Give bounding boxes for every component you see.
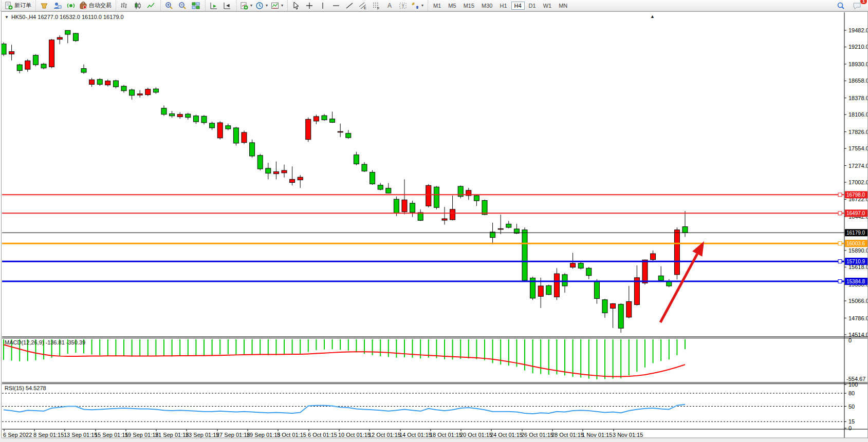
auto-scroll-button[interactable] — [207, 1, 220, 11]
candle-up — [554, 274, 559, 297]
price-tick-label: 17274.0 — [848, 163, 867, 169]
candle-up — [498, 228, 503, 229]
line-endpoint-handle[interactable] — [838, 242, 842, 245]
text-button[interactable]: A — [383, 1, 396, 11]
candle-down — [17, 65, 22, 70]
chat-icon[interactable]: 1 — [851, 1, 864, 11]
autotrade-button[interactable]: 自动交易 — [78, 1, 113, 11]
line-chart-button[interactable] — [144, 1, 158, 11]
zoom-in-button[interactable] — [162, 1, 176, 11]
vline-button[interactable] — [316, 1, 329, 11]
candle-down — [482, 200, 487, 214]
trendline-button[interactable] — [343, 1, 356, 11]
timeframe-h4-button[interactable]: H4 — [511, 2, 525, 10]
candle-up — [538, 286, 543, 296]
timeframe-h1-button[interactable]: H1 — [496, 2, 510, 10]
text-icon: A — [385, 2, 394, 10]
zoom-out-button[interactable] — [176, 1, 189, 11]
timeframe-m30-button[interactable]: M30 — [478, 2, 495, 10]
strategy-tester-button[interactable] — [51, 1, 64, 11]
chart-canvas[interactable]: 19482.019210.018930.018658.018378.018106… — [2, 12, 867, 438]
scroll-to-end-marker[interactable]: ▲ — [650, 14, 655, 19]
candle-down — [97, 80, 102, 85]
timeframe-m5-button[interactable]: M5 — [445, 2, 459, 10]
timeframe-m15-button[interactable]: M15 — [460, 2, 477, 10]
indicators-dropdown-icon[interactable]: ▾ — [250, 3, 252, 8]
crosshair-button[interactable] — [303, 1, 316, 11]
channel-button[interactable]: E — [356, 1, 370, 11]
tile-windows-icon — [192, 2, 200, 10]
search-icon[interactable] — [834, 1, 847, 11]
candle-up — [338, 131, 343, 132]
new-order-button[interactable]: 新订单 — [3, 1, 33, 11]
chart-shift-button[interactable] — [220, 1, 234, 11]
periods-dropdown-icon[interactable]: ▾ — [266, 3, 268, 8]
time-label: 3 Nov 01:15 — [613, 432, 643, 438]
strategy-tester-icon — [53, 2, 62, 10]
rsi-tick-label: 0 — [848, 425, 852, 431]
templates-button[interactable]: ▾ — [269, 1, 285, 11]
candle-down — [322, 116, 327, 120]
signals-button[interactable] — [64, 1, 78, 11]
candle-up — [25, 61, 30, 69]
timeframe-w1-button[interactable]: W1 — [540, 2, 555, 10]
candle-down — [330, 119, 335, 123]
time-label: 14 Oct 01:15 — [399, 432, 432, 438]
line-endpoint-handle[interactable] — [838, 193, 842, 197]
price-badge-label: 16497.0 — [846, 210, 865, 216]
candle-down — [153, 89, 158, 92]
timeframe-mn-button[interactable]: MN — [556, 2, 570, 10]
chevron-down-icon[interactable]: ▼ — [5, 15, 9, 20]
price-tick-label: 17554.0 — [848, 145, 867, 151]
candle-down — [226, 126, 231, 129]
line-endpoint-handle[interactable] — [838, 212, 842, 215]
candle-chart-button[interactable] — [131, 1, 144, 11]
bar-chart-button[interactable] — [118, 1, 131, 11]
price-tick-label: 18658.0 — [848, 78, 867, 84]
chart-window[interactable]: ▼ HK50-,H4 16277.0 16532.0 16110.0 16179… — [1, 11, 868, 439]
candle-chart-icon — [134, 2, 142, 10]
price-badge-label: 15710.9 — [846, 259, 865, 264]
templates-dropdown-icon[interactable]: ▾ — [281, 3, 283, 8]
candle-up — [306, 119, 311, 139]
price-badge-label: 16179.0 — [846, 230, 865, 236]
zoom-in-icon — [165, 2, 173, 10]
candle-up — [402, 200, 407, 212]
tile-windows-button[interactable] — [189, 1, 202, 11]
new-order-label: 新订单 — [14, 2, 31, 9]
channel-icon: E — [359, 2, 367, 10]
time-label: 19 Sep 01:15 — [125, 432, 158, 438]
timeframe-m1-button[interactable]: M1 — [430, 2, 444, 10]
candle-down — [65, 30, 70, 34]
candle-down — [682, 227, 688, 233]
bar-chart-icon — [120, 2, 128, 10]
candle-up — [426, 185, 431, 206]
cursor-button[interactable] — [289, 1, 303, 11]
new-order-icon — [5, 2, 13, 10]
candle-up — [177, 114, 182, 117]
fibonacci-button[interactable]: F — [370, 1, 383, 11]
candle-down — [522, 230, 527, 280]
price-badge-label: 15384.8 — [846, 279, 865, 284]
indicators-button[interactable]: ▾ — [238, 1, 254, 11]
periods-button[interactable]: ▾ — [254, 1, 269, 11]
timeframe-d1-button[interactable]: D1 — [526, 2, 539, 10]
candle-down — [121, 86, 126, 91]
line-endpoint-handle[interactable] — [838, 280, 842, 283]
periods-icon — [255, 2, 264, 10]
arrows-button[interactable]: ▾ — [410, 1, 425, 11]
macd-axis-zero: 0 — [848, 337, 852, 343]
market-watch-button[interactable] — [38, 1, 51, 11]
line-chart-icon — [147, 2, 155, 10]
toolbar-right: 1 — [834, 1, 868, 11]
toolbar-group-6: EFAT▾ — [287, 0, 427, 11]
text-label-button[interactable]: T — [396, 1, 410, 11]
arrows-dropdown-icon[interactable]: ▾ — [421, 3, 423, 8]
price-tick-label: 18106.0 — [848, 111, 867, 118]
hline-button[interactable] — [329, 1, 343, 11]
price-tick-label: 18930.0 — [848, 61, 867, 67]
line-endpoint-handle[interactable] — [838, 260, 842, 263]
time-label: 20 Oct 01:15 — [460, 432, 492, 438]
arrows-icon — [411, 2, 419, 10]
candle-down — [130, 90, 135, 95]
